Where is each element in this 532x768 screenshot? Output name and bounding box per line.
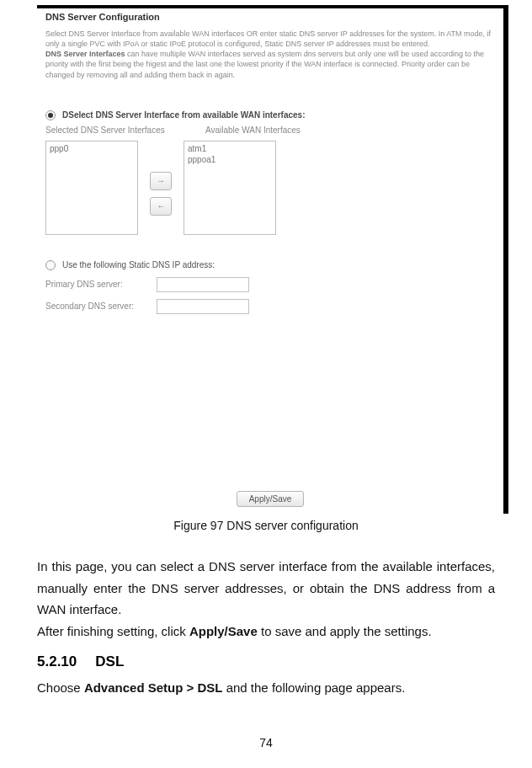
arrow-left-icon: ← [157, 201, 165, 211]
list-item[interactable]: pppoa1 [188, 154, 272, 165]
config-title: DNS Server Configuration [45, 12, 498, 22]
secondary-dns-label: Secondary DNS server: [45, 301, 152, 311]
para2-c: to save and apply the settings. [258, 624, 432, 638]
para3-a: Choose [37, 680, 84, 695]
available-interfaces-label: Available WAN Interfaces [205, 125, 340, 136]
para3-bold: Advanced Setup > DSL [84, 680, 223, 695]
move-left-button[interactable]: ← [150, 197, 172, 216]
para2-bold: Apply/Save [189, 624, 258, 638]
section-heading: 5.2.10DSL [37, 653, 495, 670]
radio1-label: Select DNS Server Interface from availab… [68, 110, 305, 120]
radio-static-dns[interactable] [45, 260, 56, 270]
list-item[interactable]: atm1 [188, 143, 272, 154]
desc-part1: Select DNS Server Interface from availab… [45, 29, 491, 48]
paragraph-2: After finishing setting, click Apply/Sav… [37, 621, 495, 643]
available-interfaces-list[interactable]: atm1 pppoa1 [184, 141, 276, 235]
primary-dns-input[interactable] [157, 277, 249, 292]
apply-save-button[interactable]: Apply/Save [237, 491, 305, 507]
paragraph-1: In this page, you can select a DNS serve… [37, 556, 495, 621]
config-description: Select DNS Server Interface from availab… [45, 29, 500, 80]
para3-c: and the following page appears. [223, 680, 406, 695]
arrow-right-icon: → [157, 176, 165, 185]
list-item[interactable]: ppp0 [50, 143, 134, 154]
heading-number: 5.2.10 [37, 653, 77, 669]
page-number: 74 [0, 736, 532, 749]
move-right-button[interactable]: → [150, 172, 172, 190]
paragraph-3: Choose Advanced Setup > DSL and the foll… [37, 677, 495, 699]
radio-select-interface[interactable] [45, 110, 56, 120]
selected-interfaces-label: Selected DNS Server Interfaces [45, 125, 180, 136]
dns-config-screenshot: DNS Server Configuration Select DNS Serv… [37, 5, 508, 514]
para2-a: After finishing setting, click [37, 624, 189, 638]
secondary-dns-input[interactable] [157, 299, 249, 314]
desc-bold: DNS Server Interfaces [45, 50, 125, 58]
figure-caption: Figure 97 DNS server configuration [37, 519, 495, 532]
primary-dns-label: Primary DNS server: [45, 280, 152, 289]
radio2-label: Use the following Static DNS IP address: [62, 260, 215, 269]
heading-text: DSL [95, 653, 124, 669]
selected-interfaces-list[interactable]: ppp0 [45, 141, 138, 235]
